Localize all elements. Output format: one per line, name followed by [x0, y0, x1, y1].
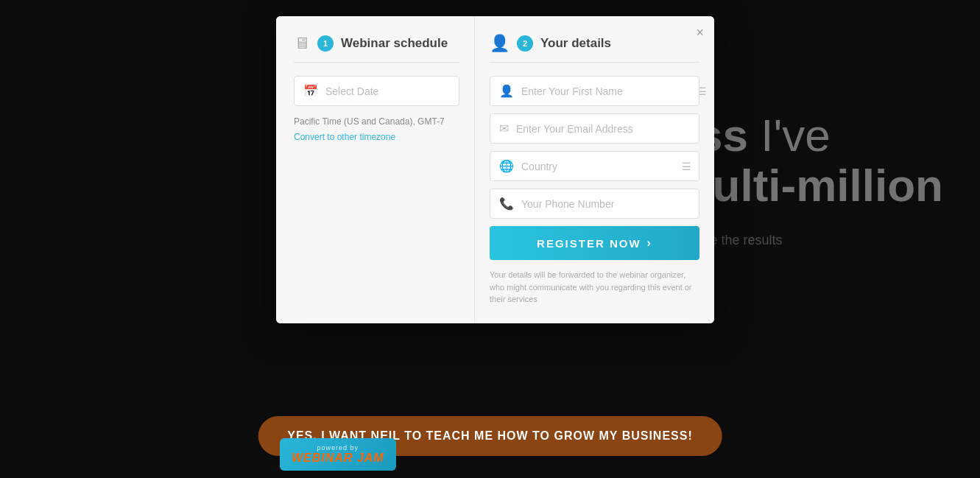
- register-arrow-icon: ›: [647, 236, 652, 250]
- phone-field: 📞: [490, 189, 699, 219]
- convert-timezone-link[interactable]: Convert to other timezone: [294, 132, 395, 142]
- register-button-label: REGISTER NOW: [537, 237, 641, 250]
- email-icon: ✉: [499, 122, 509, 136]
- phone-icon: 📞: [499, 197, 514, 211]
- step-2-badge: 2: [517, 35, 533, 52]
- email-field: ✉: [490, 113, 699, 144]
- timezone-text: Pacific Time (US and Canada), GMT-7: [294, 116, 459, 127]
- person-icon: 👤: [490, 34, 510, 53]
- country-input[interactable]: [521, 161, 690, 172]
- monitor-icon: 🖥: [294, 34, 310, 53]
- phone-input[interactable]: [521, 198, 690, 210]
- email-input[interactable]: [516, 123, 690, 135]
- powered-by-text: Powered by: [317, 444, 359, 451]
- country-menu-icon: ☰: [682, 161, 691, 172]
- modal-right-panel: 👤 2 Your details 👤 ✉ 🌐 ☰ 📞 REGISTER NOW: [475, 16, 714, 323]
- modal-left-panel: 🖥 1 Webinar schedule 📅 Select Date ☰ Pac…: [276, 16, 475, 323]
- details-header: 👤 2 Your details: [490, 34, 699, 63]
- globe-icon: 🌐: [499, 159, 514, 173]
- details-title: Your details: [540, 36, 611, 51]
- select-date-label: Select Date: [325, 85, 450, 97]
- person-field-icon: 👤: [499, 84, 514, 98]
- schedule-title[interactable]: Webinar schedule: [341, 36, 448, 51]
- calendar-icon: 📅: [303, 84, 318, 98]
- modal-close-button[interactable]: ×: [696, 25, 704, 41]
- step-1-badge: 1: [317, 35, 334, 52]
- country-field: 🌐 ☰: [490, 151, 699, 181]
- powered-by-logo: WEBINAR JAM: [292, 451, 384, 465]
- first-name-field: 👤: [490, 76, 699, 106]
- powered-by-badge: Powered by WEBINAR JAM: [280, 438, 396, 471]
- modal: × 🖥 1 Webinar schedule 📅 Select Date ☰ P…: [276, 16, 714, 323]
- disclaimer-text: Your details will be forwarded to the we…: [490, 269, 699, 306]
- schedule-header: 🖥 1 Webinar schedule: [294, 34, 459, 63]
- register-button[interactable]: REGISTER NOW ›: [490, 226, 699, 260]
- first-name-input[interactable]: [521, 85, 690, 97]
- select-date-field[interactable]: 📅 Select Date ☰: [294, 76, 459, 106]
